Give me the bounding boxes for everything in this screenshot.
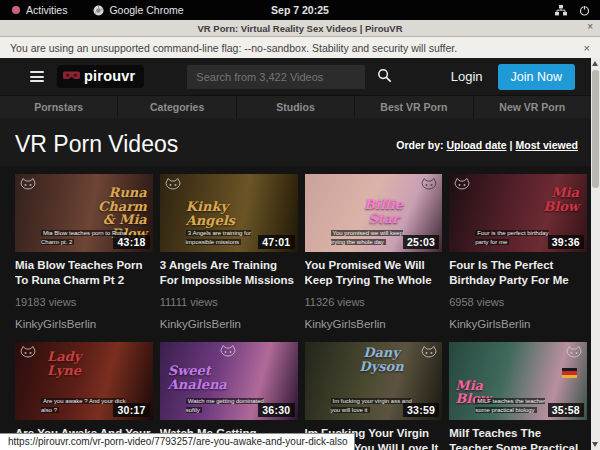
video-card[interactable]: Runa Charm & Mia Blow Mia Blow teaches p… <box>15 174 153 330</box>
order-most-viewed-link[interactable]: Most viewed <box>516 139 578 151</box>
order-separator: | <box>510 139 513 151</box>
video-title[interactable]: 3 Angels Are Training For Impossible Mis… <box>160 258 298 288</box>
studio-watermark-icon <box>421 178 437 192</box>
order-by-controls: Order by: Upload date|Most viewed <box>396 139 578 151</box>
video-studio-link[interactable]: KinkyGirlsBerlin <box>305 318 443 330</box>
scrollbar-thumb[interactable] <box>592 70 599 188</box>
status-bar-url: https://pirouvr.com/vr-porn-video/779325… <box>0 433 355 450</box>
video-duration-badge: 43:18 <box>113 235 149 249</box>
browser-warning-bar: You are using an unsupported command-lin… <box>0 37 600 59</box>
nav-item-pornstars[interactable]: Pornstars <box>0 96 118 118</box>
nav-item-best[interactable]: Best VR Porn <box>355 96 473 118</box>
video-thumbnail[interactable]: Mia Blow MILF teaches the teacher some p… <box>449 342 587 420</box>
video-duration-badge: 33:59 <box>403 403 439 417</box>
video-thumbnail[interactable]: Lady Lyne Are you awake ? And your dick … <box>15 342 153 420</box>
video-thumbnail[interactable]: Kinky Angels 3 Angels are training for i… <box>160 174 298 252</box>
video-thumbnail[interactable]: Dany Dyson Im fucking your virgin ass an… <box>305 342 443 420</box>
studio-watermark-icon <box>20 346 36 360</box>
power-icon[interactable] <box>579 5 590 16</box>
thumbnail-overlay-name: Mia Blow <box>517 186 579 213</box>
video-card[interactable]: Mia Blow MILF teaches the teacher some p… <box>449 342 587 450</box>
studio-watermark-icon <box>220 345 236 359</box>
video-views: 11111 views <box>160 296 298 308</box>
page-content: pirouvr Login Join Now Pornstars Categor… <box>0 58 600 450</box>
scrollbar[interactable] <box>591 58 600 450</box>
thumbnail-overlay-name: Kinky Angels <box>186 200 248 227</box>
video-duration-badge: 39:36 <box>548 235 584 249</box>
video-duration-badge: 25:03 <box>403 235 439 249</box>
browser-tab-title: VR Porn: Virtual Reality Sex Videos | Pi… <box>197 23 402 34</box>
nav-item-studios[interactable]: Studios <box>237 96 355 118</box>
video-thumbnail[interactable]: Runa Charm & Mia Blow Mia Blow teaches p… <box>15 174 153 252</box>
video-title[interactable]: You Promised We Will Keep Trying The Who… <box>305 258 443 288</box>
scroll-down-icon[interactable] <box>592 442 598 447</box>
system-clock[interactable]: Sep 7 20:25 <box>0 4 600 16</box>
video-thumbnail[interactable]: Sweet Analena Watch me getting dominated… <box>160 342 298 420</box>
network-icon[interactable] <box>555 5 567 16</box>
studio-watermark-icon <box>165 178 181 192</box>
search-input[interactable] <box>187 65 365 89</box>
menu-icon[interactable] <box>30 71 44 82</box>
video-duration-badge: 35:58 <box>548 403 584 417</box>
studio-watermark-icon <box>454 178 470 192</box>
video-views: 11326 views <box>305 296 443 308</box>
nav-item-categories[interactable]: Categories <box>118 96 236 118</box>
studio-watermark-icon <box>20 178 36 192</box>
video-title[interactable]: Milf Teaches The Teacher Some Practical … <box>449 426 587 450</box>
browser-tab-strip[interactable]: VR Porn: Virtual Reality Sex Videos | Pi… <box>0 20 600 37</box>
video-card[interactable]: Mia Blow Four is the perfect birthday pa… <box>449 174 587 330</box>
search-icon <box>377 68 392 83</box>
video-card[interactable]: Billie Star You promised we will keep tr… <box>305 174 443 330</box>
video-thumbnail[interactable]: Mia Blow Four is the perfect birthday pa… <box>449 174 587 252</box>
warning-message: You are using an unsupported command-lin… <box>10 42 457 54</box>
warning-close-icon[interactable]: × <box>584 42 590 54</box>
thumbnail-overlay-name: Billie Star <box>353 198 415 225</box>
studio-watermark-icon <box>566 346 582 360</box>
video-views: 19183 views <box>15 296 153 308</box>
nav-item-new[interactable]: New VR Porn <box>474 96 591 118</box>
site-header: pirouvr Login Join Now <box>0 58 600 95</box>
system-top-bar: Activities Google Chrome Sep 7 20:25 <box>0 0 600 20</box>
video-duration-badge: 47:01 <box>258 235 294 249</box>
thumbnail-overlay-name: Lady Lyne <box>47 350 109 377</box>
video-duration-badge: 30:17 <box>113 403 149 417</box>
site-logo[interactable]: pirouvr <box>57 65 144 88</box>
thumbnail-overlay-name: Dany Dyson <box>351 346 413 373</box>
search-area <box>187 65 392 89</box>
video-studio-link[interactable]: KinkyGirlsBerlin <box>15 318 153 330</box>
studio-watermark-icon <box>421 346 437 360</box>
video-studio-link[interactable]: KinkyGirlsBerlin <box>160 318 298 330</box>
order-upload-date-link[interactable]: Upload date <box>447 139 507 151</box>
tab-close-icon[interactable]: × <box>587 21 593 32</box>
video-title[interactable]: Four Is The Perfect Birthday Party For M… <box>449 258 587 288</box>
page-title: VR Porn Videos <box>15 131 178 158</box>
order-by-label: Order by: <box>396 139 443 151</box>
search-button[interactable] <box>377 68 392 86</box>
video-grid: Runa Charm & Mia Blow Mia Blow teaches p… <box>0 166 600 450</box>
vr-goggles-icon <box>63 71 80 82</box>
login-link[interactable]: Login <box>451 69 483 84</box>
scroll-up-icon[interactable] <box>592 61 598 66</box>
german-flag-icon <box>562 368 577 378</box>
page-heading-row: VR Porn Videos Order by: Upload date|Mos… <box>0 118 600 166</box>
site-logo-text: pirouvr <box>84 68 135 84</box>
video-duration-badge: 36:30 <box>258 403 294 417</box>
video-studio-link[interactable]: KinkyGirlsBerlin <box>449 318 587 330</box>
video-title[interactable]: Mia Blow Teaches Porn To Runa Charm Pt 2 <box>15 258 153 288</box>
thumbnail-overlay-name: Sweet Analena <box>168 364 230 391</box>
video-card[interactable]: Kinky Angels 3 Angels are training for i… <box>160 174 298 330</box>
video-thumbnail[interactable]: Billie Star You promised we will keep tr… <box>305 174 443 252</box>
join-now-button[interactable]: Join Now <box>498 64 575 90</box>
main-nav: Pornstars Categories Studios Best VR Por… <box>0 95 591 118</box>
system-tray <box>555 5 590 16</box>
video-views: 6958 views <box>449 296 587 308</box>
